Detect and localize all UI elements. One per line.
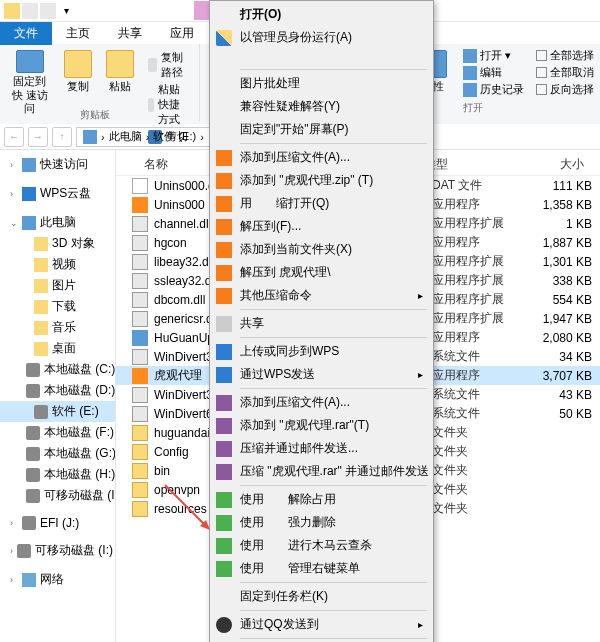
- fold-icon: [34, 321, 48, 335]
- file-icon: [132, 254, 148, 270]
- qat-item[interactable]: [40, 3, 56, 19]
- file-icon: [132, 368, 148, 384]
- nav-item[interactable]: ›EFI (J:): [0, 514, 115, 532]
- pc-icon: [22, 216, 36, 230]
- disk-icon: [26, 447, 40, 461]
- nav-item[interactable]: 音乐: [0, 317, 115, 338]
- wps-icon: [216, 344, 232, 360]
- edit-button[interactable]: 编辑: [463, 65, 502, 80]
- pin-button[interactable]: 固定到快 速访问: [6, 48, 54, 117]
- ctx-item[interactable]: 压缩 "虎观代理.rar" 并通过邮件发送: [212, 460, 431, 483]
- paste-button[interactable]: 粘贴: [102, 48, 138, 117]
- nav-item[interactable]: 桌面: [0, 338, 115, 359]
- ctx-item[interactable]: 使用 进行木马云查杀: [212, 534, 431, 557]
- history-button[interactable]: 历史记录: [463, 82, 524, 97]
- wps-icon: [22, 187, 36, 201]
- disk-icon: [34, 405, 48, 419]
- selectnone-button[interactable]: 全部取消: [536, 65, 594, 80]
- ctx-item[interactable]: 其他压缩命令 ▸: [212, 284, 431, 307]
- ctx-item[interactable]: 压缩并通过邮件发送...: [212, 437, 431, 460]
- ctx-item[interactable]: 打开(O): [212, 3, 431, 26]
- nav-item[interactable]: 可移动磁盘 (I:): [0, 485, 115, 506]
- ctx-item[interactable]: 通过WPS发送 ▸: [212, 363, 431, 386]
- ctx-item[interactable]: 以管理员身份运行(A): [212, 26, 431, 49]
- ctx-item[interactable]: 使用 管理右键菜单: [212, 557, 431, 580]
- gray-icon: [216, 316, 232, 332]
- ctx-item[interactable]: 兼容性疑难解答(Y): [212, 95, 431, 118]
- ctx-item[interactable]: 添加到压缩文件(A)...: [212, 391, 431, 414]
- ctx-item[interactable]: 使用 强力删除: [212, 511, 431, 534]
- nav-item[interactable]: ›网络: [0, 569, 115, 590]
- w360-icon: [216, 561, 232, 577]
- folder-icon[interactable]: [4, 3, 20, 19]
- nav-item[interactable]: 下载: [0, 296, 115, 317]
- tab-home[interactable]: 主页: [52, 22, 104, 45]
- open-button[interactable]: 打开 ▾: [463, 48, 511, 63]
- ctx-item[interactable]: 添加到当前文件夹(X): [212, 238, 431, 261]
- nav-item[interactable]: ›可移动磁盘 (I:): [0, 540, 115, 561]
- copypath-button[interactable]: 复制路径: [148, 50, 189, 80]
- disk-icon: [26, 384, 40, 398]
- nav-item[interactable]: 本地磁盘 (D:): [0, 380, 115, 401]
- nav-item[interactable]: ›快速访问: [0, 154, 115, 175]
- nav-item[interactable]: ›WPS云盘: [0, 183, 115, 204]
- fold-icon: [34, 258, 48, 272]
- zip-icon: [216, 196, 232, 212]
- shield-icon: [216, 30, 232, 46]
- copy-button[interactable]: 复制: [60, 48, 96, 117]
- ctx-item[interactable]: 添加到 "虎观代理.rar"(T): [212, 414, 431, 437]
- file-icon: [132, 349, 148, 365]
- ctx-item[interactable]: 解压到 虎观代理\: [212, 261, 431, 284]
- ctx-item[interactable]: 固定到任务栏(K): [212, 585, 431, 608]
- ctx-item[interactable]: 解压到(F)...: [212, 215, 431, 238]
- ctx-item[interactable]: 添加到压缩文件(A)...: [212, 146, 431, 169]
- fold-icon: [34, 300, 48, 314]
- file-icon: [132, 330, 148, 346]
- ctx-separator: [240, 309, 427, 310]
- back-button[interactable]: ←: [4, 127, 24, 147]
- file-icon: [132, 406, 148, 422]
- qat-item[interactable]: [22, 3, 38, 19]
- forward-button[interactable]: →: [28, 127, 48, 147]
- check-icon: [536, 84, 547, 95]
- disk-icon: [26, 363, 40, 377]
- nav-item[interactable]: 3D 对象: [0, 233, 115, 254]
- file-icon: [132, 387, 148, 403]
- pasteshortcut-button[interactable]: 粘贴快捷方式: [148, 82, 189, 127]
- nav-item[interactable]: 本地磁盘 (C:): [0, 359, 115, 380]
- pc-icon: [83, 130, 97, 144]
- ctx-item[interactable]: 共享: [212, 312, 431, 335]
- invert-button[interactable]: 反向选择: [536, 82, 594, 97]
- nav-item[interactable]: 本地磁盘 (H:): [0, 464, 115, 485]
- up-button[interactable]: ↑: [52, 127, 72, 147]
- file-icon: [132, 178, 148, 194]
- file-icon: [132, 463, 148, 479]
- ctx-item[interactable]: 用 缩打开(Q): [212, 192, 431, 215]
- zip-icon: [216, 219, 232, 235]
- ctx-item[interactable]: 通过QQ发送到 ▸: [212, 613, 431, 636]
- nav-item[interactable]: 图片: [0, 275, 115, 296]
- disk-icon: [26, 426, 40, 440]
- tab-app[interactable]: 应用: [156, 22, 208, 45]
- nav-item[interactable]: 本地磁盘 (F:): [0, 422, 115, 443]
- nav-item[interactable]: 本地磁盘 (G:): [0, 443, 115, 464]
- shortcut-icon: [148, 98, 155, 112]
- zip-icon: [216, 150, 232, 166]
- selectall-button[interactable]: 全部选择: [536, 48, 594, 63]
- chevron-right-icon: ▸: [418, 619, 423, 630]
- tab-share[interactable]: 共享: [104, 22, 156, 45]
- nav-item[interactable]: 视频: [0, 254, 115, 275]
- ctx-separator: [240, 388, 427, 389]
- zip-icon: [216, 288, 232, 304]
- ctx-item[interactable]: 上传或同步到WPS: [212, 340, 431, 363]
- copy-icon: [64, 50, 92, 78]
- ctx-item[interactable]: 添加到 "虎观代理.zip" (T): [212, 169, 431, 192]
- ctx-item[interactable]: 固定到"开始"屏幕(P): [212, 118, 431, 141]
- tab-file[interactable]: 文件: [0, 22, 52, 45]
- ctx-separator: [240, 638, 427, 639]
- nav-item[interactable]: 软件 (E:): [0, 401, 115, 422]
- ctx-item[interactable]: 使用 解除占用: [212, 488, 431, 511]
- file-icon: [132, 197, 148, 213]
- ctx-item[interactable]: 图片批处理: [212, 72, 431, 95]
- nav-item[interactable]: ⌄此电脑: [0, 212, 115, 233]
